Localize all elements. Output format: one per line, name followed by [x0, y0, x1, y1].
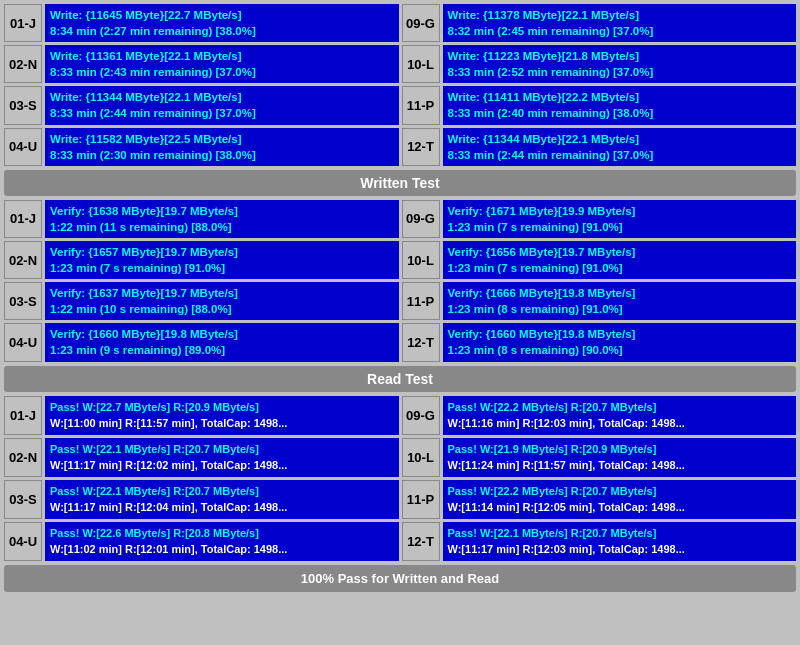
row-3-left: 04-UPass! W:[22.6 MByte/s] R:[20.8 MByte… [4, 522, 399, 561]
cell-content: Verify: {1657 MByte}[19.7 MByte/s]1:23 m… [45, 241, 399, 279]
id-label: 09-G [402, 200, 440, 238]
id-label: 02-N [4, 45, 42, 83]
row-1-left: 02-NPass! W:[22.1 MByte/s] R:[20.7 MByte… [4, 438, 399, 477]
cell-content: Pass! W:[22.2 MByte/s] R:[20.7 MByte/s]W… [443, 480, 797, 519]
id-label: 04-U [4, 323, 42, 361]
cell-content: Pass! W:[22.2 MByte/s] R:[20.7 MByte/s]W… [443, 396, 797, 435]
cell-content: Write: {11223 MByte}[21.8 MByte/s]8:33 m… [443, 45, 797, 83]
cell-content: Verify: {1638 MByte}[19.7 MByte/s]1:22 m… [45, 200, 399, 238]
cell-content: Verify: {1666 MByte}[19.8 MByte/s]1:23 m… [443, 282, 797, 320]
row-3-right: 12-TWrite: {11344 MByte}[22.1 MByte/s]8:… [402, 128, 797, 166]
id-label: 02-N [4, 438, 42, 477]
write-section: 01-JWrite: {11645 MByte}[22.7 MByte/s]8:… [4, 4, 796, 166]
cell-content: Pass! W:[22.1 MByte/s] R:[20.7 MByte/s]W… [45, 438, 399, 477]
id-label: 09-G [402, 4, 440, 42]
row-2-right: 11-PPass! W:[22.2 MByte/s] R:[20.7 MByte… [402, 480, 797, 519]
bottom-banner: 100% Pass for Written and Read [4, 565, 796, 592]
row-2-left: 03-SWrite: {11344 MByte}[22.1 MByte/s]8:… [4, 86, 399, 124]
id-label: 03-S [4, 480, 42, 519]
cell-content: Pass! W:[22.7 MByte/s] R:[20.9 MByte/s]W… [45, 396, 399, 435]
cell-content: Pass! W:[21.9 MByte/s] R:[20.9 MByte/s]W… [443, 438, 797, 477]
row-0-left: 01-JWrite: {11645 MByte}[22.7 MByte/s]8:… [4, 4, 399, 42]
verify-section: 01-JVerify: {1638 MByte}[19.7 MByte/s]1:… [4, 200, 796, 362]
row-0-right: 09-GWrite: {11378 MByte}[22.1 MByte/s]8:… [402, 4, 797, 42]
id-label: 01-J [4, 200, 42, 238]
cell-content: Write: {11645 MByte}[22.7 MByte/s]8:34 m… [45, 4, 399, 42]
cell-content: Pass! W:[22.1 MByte/s] R:[20.7 MByte/s]W… [45, 480, 399, 519]
read-test-header: Read Test [4, 366, 796, 392]
cell-content: Write: {11378 MByte}[22.1 MByte/s]8:32 m… [443, 4, 797, 42]
id-label: 03-S [4, 86, 42, 124]
row-2-right: 11-PWrite: {11411 MByte}[22.2 MByte/s]8:… [402, 86, 797, 124]
row-1-right: 10-LWrite: {11223 MByte}[21.8 MByte/s]8:… [402, 45, 797, 83]
row-2-right: 11-PVerify: {1666 MByte}[19.8 MByte/s]1:… [402, 282, 797, 320]
id-label: 11-P [402, 480, 440, 519]
read-section: 01-JPass! W:[22.7 MByte/s] R:[20.9 MByte… [4, 396, 796, 561]
row-3-left: 04-UWrite: {11582 MByte}[22.5 MByte/s]8:… [4, 128, 399, 166]
cell-content: Write: {11344 MByte}[22.1 MByte/s]8:33 m… [45, 86, 399, 124]
id-label: 11-P [402, 86, 440, 124]
row-0-left: 01-JPass! W:[22.7 MByte/s] R:[20.9 MByte… [4, 396, 399, 435]
written-test-header: Written Test [4, 170, 796, 196]
verify-grid: 01-JVerify: {1638 MByte}[19.7 MByte/s]1:… [4, 200, 796, 362]
id-label: 02-N [4, 241, 42, 279]
cell-content: Write: {11582 MByte}[22.5 MByte/s]8:33 m… [45, 128, 399, 166]
cell-content: Write: {11411 MByte}[22.2 MByte/s]8:33 m… [443, 86, 797, 124]
cell-content: Verify: {1637 MByte}[19.7 MByte/s]1:22 m… [45, 282, 399, 320]
id-label: 12-T [402, 323, 440, 361]
cell-content: Write: {11361 MByte}[22.1 MByte/s]8:33 m… [45, 45, 399, 83]
cell-content: Pass! W:[22.6 MByte/s] R:[20.8 MByte/s]W… [45, 522, 399, 561]
row-0-right: 09-GVerify: {1671 MByte}[19.9 MByte/s]1:… [402, 200, 797, 238]
cell-content: Pass! W:[22.1 MByte/s] R:[20.7 MByte/s]W… [443, 522, 797, 561]
cell-content: Verify: {1660 MByte}[19.8 MByte/s]1:23 m… [45, 323, 399, 361]
id-label: 04-U [4, 128, 42, 166]
row-1-right: 10-LPass! W:[21.9 MByte/s] R:[20.9 MByte… [402, 438, 797, 477]
write-grid: 01-JWrite: {11645 MByte}[22.7 MByte/s]8:… [4, 4, 796, 166]
id-label: 01-J [4, 396, 42, 435]
id-label: 11-P [402, 282, 440, 320]
row-0-right: 09-GPass! W:[22.2 MByte/s] R:[20.7 MByte… [402, 396, 797, 435]
row-1-left: 02-NVerify: {1657 MByte}[19.7 MByte/s]1:… [4, 241, 399, 279]
id-label: 01-J [4, 4, 42, 42]
id-label: 04-U [4, 522, 42, 561]
id-label: 12-T [402, 522, 440, 561]
cell-content: Verify: {1671 MByte}[19.9 MByte/s]1:23 m… [443, 200, 797, 238]
id-label: 09-G [402, 396, 440, 435]
id-label: 10-L [402, 45, 440, 83]
row-0-left: 01-JVerify: {1638 MByte}[19.7 MByte/s]1:… [4, 200, 399, 238]
id-label: 10-L [402, 241, 440, 279]
cell-content: Verify: {1656 MByte}[19.7 MByte/s]1:23 m… [443, 241, 797, 279]
id-label: 03-S [4, 282, 42, 320]
row-3-right: 12-TVerify: {1660 MByte}[19.8 MByte/s]1:… [402, 323, 797, 361]
id-label: 12-T [402, 128, 440, 166]
row-2-left: 03-SVerify: {1637 MByte}[19.7 MByte/s]1:… [4, 282, 399, 320]
row-2-left: 03-SPass! W:[22.1 MByte/s] R:[20.7 MByte… [4, 480, 399, 519]
main-container: 01-JWrite: {11645 MByte}[22.7 MByte/s]8:… [0, 0, 800, 596]
cell-content: Verify: {1660 MByte}[19.8 MByte/s]1:23 m… [443, 323, 797, 361]
row-3-right: 12-TPass! W:[22.1 MByte/s] R:[20.7 MByte… [402, 522, 797, 561]
row-1-right: 10-LVerify: {1656 MByte}[19.7 MByte/s]1:… [402, 241, 797, 279]
read-grid: 01-JPass! W:[22.7 MByte/s] R:[20.9 MByte… [4, 396, 796, 561]
id-label: 10-L [402, 438, 440, 477]
row-1-left: 02-NWrite: {11361 MByte}[22.1 MByte/s]8:… [4, 45, 399, 83]
row-3-left: 04-UVerify: {1660 MByte}[19.8 MByte/s]1:… [4, 323, 399, 361]
cell-content: Write: {11344 MByte}[22.1 MByte/s]8:33 m… [443, 128, 797, 166]
